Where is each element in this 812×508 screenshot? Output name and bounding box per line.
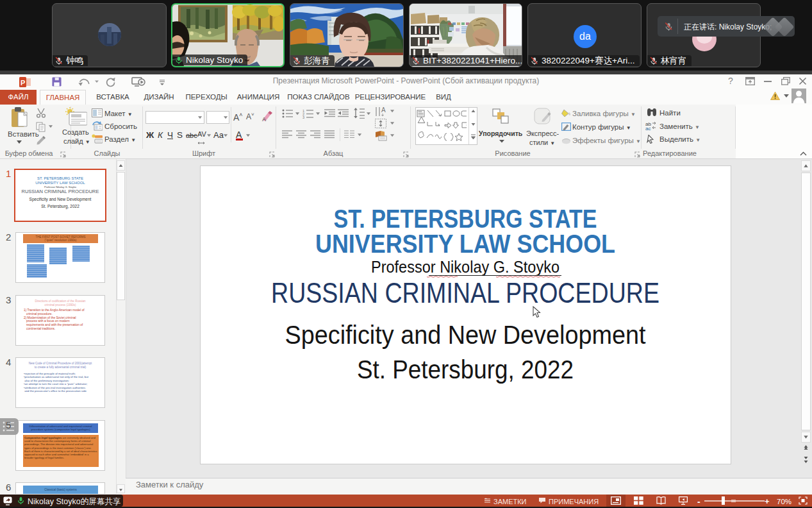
svg-text:UNIVERSITY LAW SCHOOL: UNIVERSITY LAW SCHOOL — [315, 230, 615, 258]
svg-text:ac: ac — [645, 126, 650, 130]
svg-text:Specificity and New Developmen: Specificity and New Development — [285, 321, 646, 349]
svg-text:Professor Nikolay G. Stoyko: Professor Nikolay G. Stoyko — [371, 257, 559, 276]
svg-text:P: P — [21, 79, 25, 87]
svg-text:3: 3 — [302, 115, 304, 119]
svg-text:ST. PETERSBURG STATE: ST. PETERSBURG STATE — [334, 205, 597, 233]
svg-text:A: A — [262, 116, 266, 122]
svg-text:RUSSIAN CRIMINAL PROCEDURE: RUSSIAN CRIMINAL PROCEDURE — [271, 277, 659, 309]
svg-text:St. Petersburg, 2022: St. Petersburg, 2022 — [357, 355, 574, 384]
svg-text:A: A — [381, 106, 386, 114]
